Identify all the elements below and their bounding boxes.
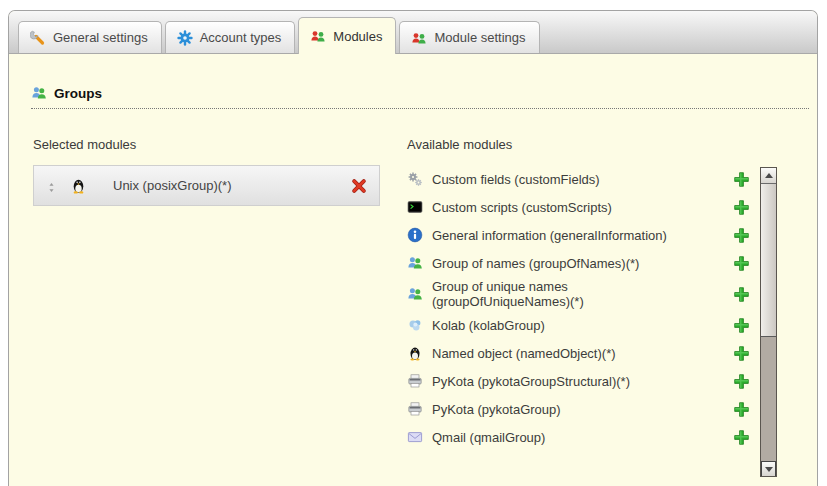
add-module-button[interactable] (733, 317, 750, 334)
plus-icon (733, 286, 750, 303)
add-module-button[interactable] (733, 227, 750, 244)
terminal-icon (407, 199, 423, 215)
groups-section-title: Groups (54, 86, 102, 101)
available-module-label: Qmail (qmailGroup) (432, 430, 725, 445)
add-module-button[interactable] (733, 255, 750, 272)
add-module-button[interactable] (733, 286, 750, 303)
envelope-icon (407, 429, 423, 445)
available-module-row: Custom fields (customFields) (407, 167, 750, 191)
kolab-icon (407, 317, 423, 333)
config-panel: General settingsAccount typesModulesModu… (8, 10, 818, 486)
available-modules-list: Custom fields (customFields) Custom scri… (407, 167, 750, 453)
plus-icon (733, 171, 750, 188)
plus-icon (733, 345, 750, 362)
printer-icon (407, 373, 423, 389)
available-module-row: Qmail (qmailGroup) (407, 425, 750, 449)
groups-icon (31, 85, 47, 101)
info-icon (407, 227, 423, 243)
available-module-row: Group of unique names (groupOfUniqueName… (407, 279, 750, 309)
printer-icon (407, 401, 423, 417)
tab-modules[interactable]: Modules (298, 17, 396, 54)
drag-handle-icon[interactable] (46, 179, 57, 192)
add-module-button[interactable] (733, 429, 750, 446)
plus-icon (733, 373, 750, 390)
available-module-row: Kolab (kolabGroup) (407, 313, 750, 337)
available-module-label: Kolab (kolabGroup) (432, 318, 725, 333)
add-module-button[interactable] (733, 401, 750, 418)
groups-section-header: Groups (31, 85, 809, 109)
available-module-row: Group of names (groupOfNames)(*) (407, 251, 750, 275)
plus-icon (733, 199, 750, 216)
add-module-button[interactable] (733, 373, 750, 390)
available-module-row: Named object (namedObject)(*) (407, 341, 750, 365)
available-module-label: Group of unique names (groupOfUniqueName… (432, 279, 725, 309)
selected-module-row[interactable]: Unix (posixGroup)(*) (33, 165, 380, 206)
plus-icon (733, 317, 750, 334)
delete-icon (351, 178, 367, 194)
add-module-button[interactable] (733, 199, 750, 216)
tux-icon (70, 177, 87, 194)
plus-icon (733, 255, 750, 272)
available-module-row: PyKota (pykotaGroup) (407, 397, 750, 421)
plus-icon (733, 401, 750, 418)
available-module-label: PyKota (pykotaGroupStructural)(*) (432, 374, 725, 389)
tab-label: Module settings (434, 30, 525, 45)
group-icon (407, 286, 423, 302)
remove-module-button[interactable] (351, 178, 367, 194)
available-module-label: Custom fields (customFields) (432, 172, 725, 187)
add-module-button[interactable] (733, 171, 750, 188)
tab-bar: General settingsAccount typesModulesModu… (9, 11, 817, 54)
selected-modules-label: Selected modules (33, 137, 136, 152)
tab-label: General settings (53, 30, 148, 45)
tab-module-settings[interactable]: Module settings (399, 21, 539, 53)
available-module-row: PyKota (pykotaGroupStructural)(*) (407, 369, 750, 393)
wrench-icon (30, 30, 46, 46)
modules-icon (310, 28, 326, 44)
available-module-row: General information (generalInformation) (407, 223, 750, 247)
available-modules-scrollbar[interactable] (760, 167, 777, 477)
modules-icon (411, 30, 427, 46)
gear-icon (177, 30, 193, 46)
available-module-label: Group of names (groupOfNames)(*) (432, 256, 725, 271)
available-module-label: Named object (namedObject)(*) (432, 346, 725, 361)
available-module-row: Custom scripts (customScripts) (407, 195, 750, 219)
scrollbar-thumb[interactable] (761, 184, 776, 337)
gears-icon (407, 171, 423, 187)
available-modules-label: Available modules (407, 137, 512, 152)
tab-label: Account types (200, 30, 282, 45)
plus-icon (733, 227, 750, 244)
scroll-down-button[interactable] (761, 461, 776, 476)
available-module-label: Custom scripts (customScripts) (432, 200, 725, 215)
selected-module-label: Unix (posixGroup)(*) (113, 178, 231, 193)
tab-account-types[interactable]: Account types (165, 21, 296, 53)
available-module-label: General information (generalInformation) (432, 228, 725, 243)
available-module-label: PyKota (pykotaGroup) (432, 402, 725, 417)
arrow-down-icon (765, 467, 773, 472)
group-icon (407, 255, 423, 271)
arrow-up-icon (765, 173, 773, 178)
add-module-button[interactable] (733, 345, 750, 362)
scroll-up-button[interactable] (761, 168, 776, 184)
tab-label: Modules (333, 29, 382, 44)
tab-general-settings[interactable]: General settings (18, 21, 162, 53)
tux-icon (407, 345, 423, 361)
plus-icon (733, 429, 750, 446)
